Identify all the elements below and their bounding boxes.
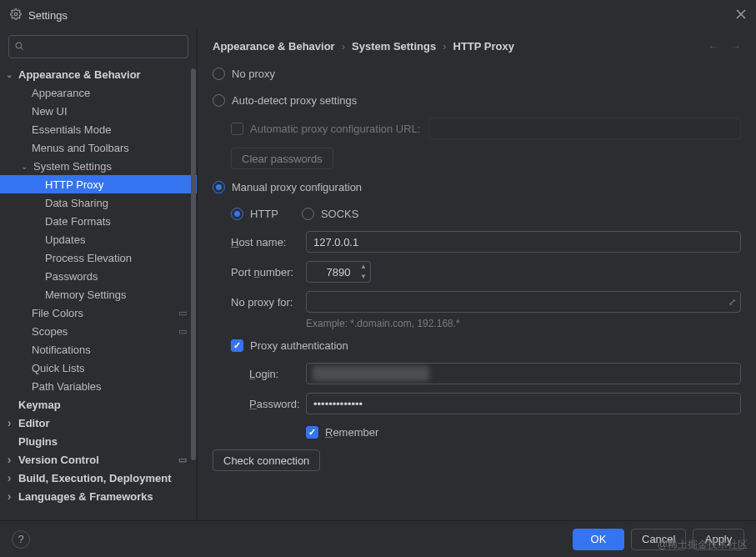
check-connection-button[interactable]: Check connection bbox=[213, 449, 320, 471]
breadcrumb: Appearance & Behavior › System Settings … bbox=[213, 40, 741, 53]
scope-icon: ▭ bbox=[178, 326, 187, 337]
checkbox-auto-url: Automatic proxy configuration URL: bbox=[213, 118, 741, 139]
password-label: Password: bbox=[249, 398, 306, 410]
crumb-system-settings[interactable]: System Settings bbox=[352, 40, 436, 53]
no-proxy-example: Example: *.domain.com, 192.168.* bbox=[306, 318, 741, 329]
nav-forward-icon[interactable]: → bbox=[730, 40, 741, 53]
radio-auto-detect-label: Auto-detect proxy settings bbox=[232, 94, 357, 107]
tree-updates[interactable]: Updates bbox=[0, 230, 197, 248]
cancel-button[interactable]: Cancel bbox=[631, 529, 686, 550]
svg-point-1 bbox=[16, 43, 22, 48]
tree-plugins[interactable]: Plugins bbox=[0, 432, 197, 450]
content-pane: Appearance & Behavior › System Settings … bbox=[198, 30, 756, 520]
scope-icon: ▭ bbox=[178, 454, 187, 465]
tree-http-proxy[interactable]: HTTP Proxy bbox=[0, 175, 197, 193]
search-icon bbox=[14, 41, 24, 53]
gear-icon bbox=[10, 8, 22, 23]
no-proxy-for-label: No proxy for: bbox=[231, 296, 306, 309]
tree-date-formats[interactable]: Date Formats bbox=[0, 212, 197, 230]
tree-system-settings[interactable]: System Settings bbox=[0, 157, 197, 175]
window-title: Settings bbox=[28, 9, 68, 22]
radio-manual-label: Manual proxy configuration bbox=[232, 181, 362, 193]
tree-appearance-behavior[interactable]: Appearance & Behavior bbox=[0, 65, 197, 83]
chevron-right-icon: › bbox=[342, 40, 345, 53]
close-icon[interactable] bbox=[736, 9, 746, 22]
apply-button[interactable]: Apply bbox=[693, 529, 744, 550]
auto-url-label: Automatic proxy configuration URL: bbox=[250, 123, 420, 135]
titlebar: Settings bbox=[0, 0, 756, 30]
tree-data-sharing[interactable]: Data Sharing bbox=[0, 193, 197, 212]
tree-notifications[interactable]: Notifications bbox=[0, 340, 197, 359]
help-button[interactable]: ? bbox=[12, 530, 30, 549]
radio-auto-detect[interactable]: Auto-detect proxy settings bbox=[213, 91, 741, 109]
login-blurred-value bbox=[313, 366, 429, 381]
sidebar-scrollbar[interactable] bbox=[191, 68, 196, 460]
search-input[interactable] bbox=[28, 41, 183, 53]
radio-http-label: HTTP bbox=[250, 208, 278, 220]
host-input[interactable] bbox=[306, 231, 741, 253]
footer: ? OK Cancel Apply bbox=[0, 520, 756, 557]
tree-languages[interactable]: Languages & Frameworks bbox=[0, 487, 197, 505]
settings-tree: Appearance & Behavior Appearance New UI … bbox=[0, 65, 197, 520]
tree-version-control[interactable]: Version Control▭ bbox=[0, 450, 197, 469]
radio-socks-label: SOCKS bbox=[321, 208, 359, 220]
tree-editor[interactable]: Editor bbox=[0, 414, 197, 432]
scope-icon: ▭ bbox=[178, 308, 187, 319]
spin-up-icon[interactable]: ▲ bbox=[357, 262, 370, 272]
search-input-wrap[interactable] bbox=[8, 35, 188, 58]
tree-essentials-mode[interactable]: Essentials Mode bbox=[0, 120, 197, 138]
radio-no-proxy-label: No proxy bbox=[232, 68, 275, 80]
clear-passwords-button: Clear passwords bbox=[231, 148, 333, 169]
checkbox-auth[interactable]: Proxy authentication bbox=[213, 336, 741, 354]
tree-new-ui[interactable]: New UI bbox=[0, 102, 197, 120]
nav-back-icon[interactable]: ← bbox=[708, 40, 718, 53]
auto-url-input bbox=[428, 118, 741, 139]
tree-path-variables[interactable]: Path Variables bbox=[0, 377, 197, 395]
crumb-http-proxy[interactable]: HTTP Proxy bbox=[453, 40, 514, 53]
no-proxy-for-input[interactable] bbox=[306, 291, 741, 313]
sidebar: Appearance & Behavior Appearance New UI … bbox=[0, 30, 198, 520]
login-label: Login: bbox=[249, 368, 306, 380]
tree-appearance[interactable]: Appearance bbox=[0, 83, 197, 102]
tree-memory-settings[interactable]: Memory Settings bbox=[0, 285, 197, 304]
chevron-right-icon: › bbox=[443, 40, 446, 53]
port-label: Port number: bbox=[231, 266, 306, 278]
remember-label: Remember bbox=[325, 426, 378, 439]
crumb-appearance-behavior[interactable]: Appearance & Behavior bbox=[213, 40, 335, 53]
radio-http[interactable] bbox=[231, 208, 243, 220]
spin-down-icon[interactable]: ▼ bbox=[357, 272, 370, 282]
tree-quick-lists[interactable]: Quick Lists bbox=[0, 359, 197, 377]
tree-build[interactable]: Build, Execution, Deployment bbox=[0, 469, 197, 487]
tree-file-colors[interactable]: File Colors▭ bbox=[0, 304, 197, 322]
tree-passwords[interactable]: Passwords bbox=[0, 267, 197, 285]
tree-menus-toolbars[interactable]: Menus and Toolbars bbox=[0, 138, 197, 157]
radio-manual[interactable]: Manual proxy configuration bbox=[213, 178, 741, 196]
tree-scopes[interactable]: Scopes▭ bbox=[0, 322, 197, 340]
checkbox-auth-label: Proxy authentication bbox=[250, 339, 348, 352]
radio-no-proxy[interactable]: No proxy bbox=[213, 64, 741, 83]
expand-icon[interactable]: ⤢ bbox=[728, 297, 736, 308]
tree-keymap[interactable]: Keymap bbox=[0, 395, 197, 414]
checkbox-remember[interactable]: Remember bbox=[213, 423, 741, 441]
ok-button[interactable]: OK bbox=[573, 529, 624, 550]
tree-process-elevation[interactable]: Process Elevation bbox=[0, 248, 197, 267]
svg-point-0 bbox=[14, 13, 18, 16]
password-input[interactable] bbox=[306, 393, 741, 414]
host-label: HHost name:ost name: bbox=[231, 236, 306, 248]
radio-socks[interactable] bbox=[302, 208, 314, 220]
